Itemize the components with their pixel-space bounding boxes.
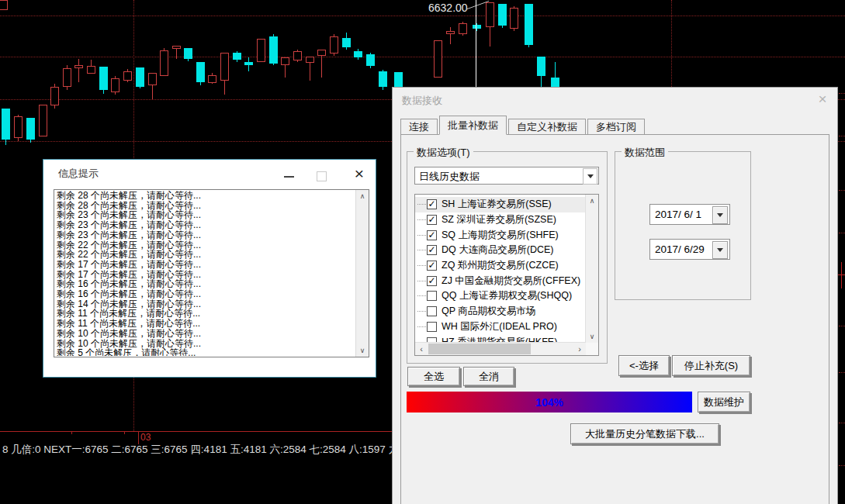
close-icon[interactable]: ×: [351, 162, 368, 185]
close-icon[interactable]: ×: [814, 90, 831, 109]
pick-button[interactable]: <-选择: [618, 355, 670, 376]
scroll-down-icon[interactable]: ∨: [586, 330, 598, 343]
market-label: DQ 大连商品交易所(DCE): [442, 243, 553, 257]
candle-up: [281, 57, 289, 65]
scrollbar-horizontal[interactable]: ‹ ›: [415, 342, 586, 355]
chevron-down-icon[interactable]: [712, 206, 728, 224]
market-checkbox[interactable]: [427, 291, 437, 301]
from-date-picker[interactable]: 2017/ 6/ 1: [649, 204, 730, 225]
market-label: SQ 上海期货交易所(SHFE): [442, 229, 559, 242]
message-line: 剩余 17 个尚未解压，请耐心等待...: [57, 260, 355, 270]
tab-0[interactable]: 连接: [400, 119, 438, 135]
tree-connector: [417, 204, 426, 205]
chevron-down-icon[interactable]: [583, 168, 597, 185]
x-axis-line: [0, 431, 393, 432]
market-checkbox[interactable]: [427, 322, 437, 332]
progress-value: 104%: [535, 396, 563, 409]
candle-up: [510, 8, 518, 29]
info-dialog: 信息提示 × 剩余 28 个尚未解压，请耐心等待...剩余 28 个尚未解压，请…: [43, 159, 376, 378]
stop-button[interactable]: 停止补充(S): [672, 355, 750, 376]
scrollbar-vertical[interactable]: ∧ ∨: [355, 190, 369, 357]
gridline-stub: [839, 93, 845, 94]
scroll-up-icon[interactable]: ∧: [356, 190, 369, 202]
maximize-icon[interactable]: [317, 171, 327, 181]
candle-up: [446, 31, 455, 34]
market-row[interactable]: ✓SH 上海证券交易所(SSE): [415, 197, 586, 212]
market-checkbox[interactable]: ✓: [427, 245, 437, 255]
candle-down: [244, 62, 253, 65]
candle-down: [379, 71, 387, 87]
gridline-stub: [839, 423, 845, 423]
candle-up: [123, 71, 132, 81]
market-row[interactable]: QQ 上海证券期权交易(SHQQ): [415, 288, 586, 304]
market-checkbox[interactable]: [427, 306, 437, 316]
gridline-stub: [839, 136, 845, 136]
data-maintain-button[interactable]: 数据维护: [698, 392, 750, 413]
candle-up: [434, 40, 442, 78]
candle-down: [136, 67, 144, 87]
candle-down: [26, 118, 35, 140]
message-line: 剩余 23 个尚未解压，请耐心等待...: [57, 220, 355, 230]
chevron-down-icon[interactable]: [712, 241, 728, 259]
scroll-up-icon[interactable]: ∧: [586, 195, 598, 207]
tab-3[interactable]: 多档订阅: [587, 119, 645, 135]
market-checkbox[interactable]: ✓: [427, 276, 437, 286]
scroll-right-icon[interactable]: ›: [573, 343, 586, 355]
data-receive-dialog: 数据接收 × 连接批量补数据自定义补数据多档订阅 数据选项(T) 日线历史数据 …: [392, 87, 838, 504]
tab-1[interactable]: 批量补数据: [439, 116, 507, 135]
market-checkbox[interactable]: ✓: [427, 261, 437, 271]
combobox-value: 日线历史数据: [419, 170, 480, 184]
market-label: SH 上海证券交易所(SSE): [442, 198, 552, 211]
group-label: 数据范围: [622, 146, 668, 160]
market-row[interactable]: ✓DQ 大连商品交易所(DCE): [415, 243, 586, 258]
axis-tick: [124, 431, 125, 434]
scrollbar-vertical[interactable]: ∧ ∨: [585, 195, 598, 343]
minimize-icon[interactable]: [284, 176, 294, 178]
candle-up: [293, 51, 302, 60]
candle-down: [269, 36, 278, 64]
group-data-range: 数据范围: [615, 151, 751, 300]
candle-up: [111, 78, 119, 92]
scroll-down-icon[interactable]: ∨: [356, 344, 369, 357]
to-date-picker[interactable]: 2017/ 6/29: [649, 239, 730, 260]
scrollbar-corner: [586, 343, 598, 355]
bulk-download-button[interactable]: 大批量历史分笔数据下载...: [570, 423, 719, 444]
select-all-button[interactable]: 全选: [407, 367, 460, 386]
candle-up: [172, 46, 181, 49]
tab-2[interactable]: 自定义补数据: [508, 119, 586, 135]
price-label: 6632.00: [428, 2, 468, 14]
candle-down: [2, 109, 10, 140]
market-row[interactable]: ✓ZJ 中国金融期货交易所(CFFEX): [415, 273, 586, 288]
candle-up: [306, 57, 314, 63]
scrollbar-thumb[interactable]: [428, 343, 531, 354]
gridline-stub: [839, 233, 845, 233]
market-checkbox[interactable]: ✓: [427, 199, 437, 209]
gridline-stub: [839, 326, 845, 326]
message-line: 剩余 5 个尚未解压，请耐心等待...: [57, 348, 355, 356]
message-line: 剩余 10 个尚未解压，请耐心等待...: [57, 329, 355, 339]
market-checkbox[interactable]: ✓: [427, 215, 437, 225]
clear-all-button[interactable]: 全消: [463, 367, 514, 386]
candle-up: [486, 2, 494, 27]
gridline-horizontal: [0, 16, 845, 16]
message-line: 剩余 16 个尚未解压，请耐心等待...: [57, 289, 355, 299]
candle-up: [330, 36, 338, 54]
data-type-combobox[interactable]: 日线历史数据: [414, 167, 599, 185]
market-row[interactable]: ✓SQ 上海期货交易所(SHFE): [415, 227, 586, 243]
market-label: ZQ 郑州期货交易所(CZCE): [442, 259, 559, 272]
tree-connector: [417, 295, 426, 296]
market-row[interactable]: WH 国际外汇(IDEAL PRO): [415, 319, 586, 335]
candle-wick: [450, 27, 451, 44]
market-row[interactable]: ✓SZ 深圳证券交易所(SZSE): [415, 212, 586, 228]
candle-wick: [78, 59, 79, 82]
candle-up: [0, 0, 8, 10]
scroll-left-icon[interactable]: ‹: [415, 343, 428, 355]
candle-up: [257, 39, 265, 62]
from-date-value: 2017/ 6/ 1: [655, 209, 701, 220]
candle-down: [525, 4, 533, 45]
tree-connector: [417, 281, 426, 281]
market-row[interactable]: QP 商品期权交易市场: [415, 304, 586, 319]
market-checkbox[interactable]: ✓: [427, 230, 437, 240]
market-row[interactable]: ✓ZQ 郑州期货交易所(CZCE): [415, 258, 586, 274]
candle-up: [220, 53, 229, 81]
